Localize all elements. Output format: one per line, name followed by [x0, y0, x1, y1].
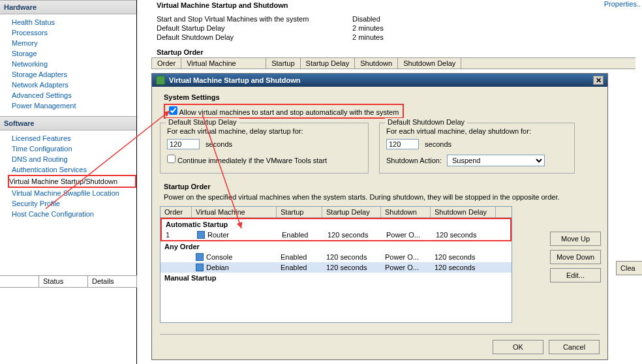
table-row-selected[interactable]: Debian Enabled 120 seconds Power O... 12…: [160, 262, 512, 273]
summary-label: Default Startup Delay: [157, 23, 352, 33]
summary-label: Start and Stop Virtual Machines with the…: [157, 14, 352, 23]
vmware-icon: [156, 76, 165, 85]
shutdown-delay-input[interactable]: [386, 139, 419, 149]
sidebar-link[interactable]: Security Profile: [12, 198, 136, 209]
sidebar-link[interactable]: Host Cache Configuration: [12, 209, 136, 219]
status-table: Status Details: [0, 275, 137, 288]
startup-order-title: Startup Order: [160, 181, 600, 193]
allow-label: Allow virtual machines to start and stop…: [179, 108, 399, 116]
order-table: Order Virtual Machine Startup Startup De…: [160, 206, 512, 323]
system-settings-title: System Settings: [160, 92, 600, 104]
sidebar-link-selected[interactable]: Virtual Machine Startup/Shutdown: [8, 175, 136, 188]
startup-delay-input[interactable]: [167, 139, 200, 149]
sidebar-link[interactable]: Virtual Machine Swapfile Location: [12, 188, 136, 198]
sidebar-link[interactable]: Authentication Services: [12, 164, 136, 175]
summary-value: Disabled: [352, 14, 380, 23]
table-row[interactable]: Console Enabled 120 seconds Power O... 1…: [160, 252, 512, 262]
sidebar-link[interactable]: Health Status: [12, 17, 136, 27]
summary-label: Default Shutdown Delay: [157, 33, 352, 42]
vm-icon: [196, 264, 204, 271]
software-header: Software: [0, 116, 136, 130]
sidebar-link[interactable]: Network Adapters: [12, 80, 136, 90]
properties-link[interactable]: Properties..: [604, 0, 641, 8]
sidebar-link[interactable]: Storage Adapters: [12, 69, 136, 80]
edit-button[interactable]: Edit...: [550, 268, 601, 282]
ok-button[interactable]: OK: [493, 340, 543, 354]
startup-order-columns: Order Virtual Machine Startup Startup De…: [151, 57, 635, 69]
vm-icon: [196, 253, 204, 261]
sidebar-link[interactable]: Storage: [12, 48, 136, 59]
sidebar-link[interactable]: Time Configuration: [12, 144, 136, 154]
startup-shutdown-dialog: Virtual Machine Startup and Shutdown ✕ S…: [151, 73, 608, 360]
startup-order-desc: Power on the specified virtual machines …: [160, 193, 600, 204]
summary-table: Start and Stop Virtual Machines with the…: [157, 14, 642, 42]
hardware-links: Health Status Processors Memory Storage …: [0, 14, 136, 116]
summary-value: 2 minutes: [352, 33, 384, 42]
sidebar-link[interactable]: Networking: [12, 59, 136, 69]
sidebar-link[interactable]: Power Management: [12, 100, 136, 111]
clear-button[interactable]: Clea: [616, 261, 642, 275]
dialog-title: Virtual Machine Startup and Shutdown: [169, 76, 300, 84]
move-up-button[interactable]: Move Up: [550, 232, 601, 246]
software-links: Licensed Features Time Configuration DNS…: [0, 130, 136, 224]
close-icon[interactable]: ✕: [593, 76, 604, 85]
shutdown-action-select[interactable]: Suspend: [447, 155, 545, 166]
status-col: Status: [39, 276, 88, 288]
startup-delay-group: Default Startup Delay For each virtual m…: [160, 123, 369, 174]
summary-value: 2 minutes: [352, 23, 384, 33]
sidebar-link[interactable]: DNS and Routing: [12, 154, 136, 164]
page-title: Virtual Machine Startup and Shutdown: [141, 0, 642, 14]
sidebar-link[interactable]: Licensed Features: [12, 133, 136, 144]
cancel-button[interactable]: Cancel: [549, 340, 600, 354]
allow-checkbox-row: Allow virtual machines to start and stop…: [164, 104, 404, 119]
sidebar-link[interactable]: Advanced Settings: [12, 90, 136, 100]
vm-icon: [197, 231, 205, 239]
hardware-header: Hardware: [0, 0, 136, 14]
allow-checkbox[interactable]: [169, 106, 177, 115]
table-row[interactable]: 1 Router Enabled 120 seconds Power O... …: [162, 230, 510, 240]
continue-checkbox[interactable]: [167, 155, 176, 163]
shutdown-delay-group: Default Shutdown Delay For each virtual …: [379, 123, 575, 174]
startup-order-title: Startup Order: [157, 48, 642, 56]
sidebar: Hardware Health Status Processors Memory…: [0, 0, 137, 364]
status-col: Details: [88, 276, 137, 288]
sidebar-link[interactable]: Memory: [12, 38, 136, 48]
sidebar-link[interactable]: Processors: [12, 27, 136, 38]
move-down-button[interactable]: Move Down: [550, 250, 601, 264]
